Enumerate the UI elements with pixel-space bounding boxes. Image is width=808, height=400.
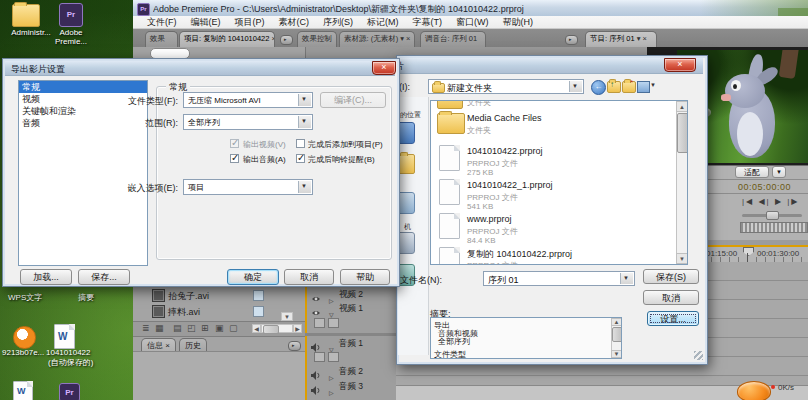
tab-source-monitor[interactable]: 素材源: (无素材)	[339, 31, 415, 47]
label-color-chip[interactable]	[253, 290, 264, 301]
new-item-icon[interactable]: ▣	[215, 323, 224, 333]
scrollbar-thumb[interactable]	[263, 325, 279, 334]
project-item-name[interactable]: 抬兔子.avi	[168, 290, 209, 303]
desktop-icon-label[interactable]: 1041010422	[46, 348, 91, 357]
menu-edit[interactable]: 编辑(E)	[185, 16, 227, 29]
find-icon[interactable]: ◰	[187, 323, 196, 333]
menu-bar: 文件(F) 编辑(E) 项目(P) 素材(C) 序列(S) 标记(M) 字幕(T…	[133, 16, 808, 29]
marker-icons[interactable]: ⌐▾	[694, 197, 711, 206]
automate-to-sequence-icon[interactable]: ▤	[173, 323, 182, 333]
zoom-dropdown-icon[interactable]: ▼	[772, 166, 786, 178]
clear-icon[interactable]: ▢	[229, 323, 238, 333]
in-out-marker-icons[interactable]: {▸}	[692, 212, 704, 221]
ruler-label: 01:15:00	[706, 249, 737, 258]
menu-window[interactable]: 窗口(W)	[450, 16, 495, 29]
net-speed-label: 0K/s	[778, 383, 794, 392]
desktop-label-wps[interactable]: WPS文字	[8, 292, 42, 303]
tab-audio-mixer[interactable]: 调音台: 序列 01	[420, 31, 486, 47]
clip-icon	[152, 305, 165, 318]
desktop-icon-label[interactable]: Premie...	[46, 37, 96, 46]
word-doc-icon[interactable]: W	[13, 381, 33, 400]
project-item-name[interactable]: 摔料.avi	[168, 306, 200, 319]
desktop-label-abstract[interactable]: 摘要	[78, 292, 94, 303]
window-title: Adobe Premiere Pro - C:\Users\Administra…	[153, 3, 623, 16]
desktop-icon-label[interactable]: 9213b07e...	[2, 348, 44, 357]
tab-program-monitor[interactable]: 节目: 序列 01	[585, 31, 657, 47]
keyframe-icon[interactable]	[328, 318, 339, 328]
panel-menu-icon[interactable]	[288, 341, 301, 351]
new-bin-icon[interactable]: ⊞	[201, 323, 209, 333]
scroll-right-icon[interactable]: ▶	[293, 324, 302, 333]
track-name[interactable]: 视频 2	[339, 289, 363, 301]
tab-project[interactable]: 项目: 复制的 1041010422	[179, 31, 275, 47]
jog-wheel[interactable]	[740, 222, 808, 233]
info-panel-body	[133, 351, 305, 400]
premiere-app-icon: Pr	[137, 3, 150, 16]
expand-track-icon[interactable]	[329, 381, 334, 399]
timeline-tracks-area[interactable]	[396, 262, 808, 385]
set-display-style-icon[interactable]	[314, 352, 325, 362]
track-name[interactable]: 音频 1	[339, 338, 363, 350]
video-rabbit-pupil	[733, 84, 737, 89]
divider	[690, 193, 808, 194]
menu-clip[interactable]: 素材(C)	[273, 16, 316, 29]
track-divider	[305, 333, 396, 336]
keyframe-icon[interactable]	[328, 352, 339, 362]
transport-controls[interactable]: |◀ ◀| ▶ |▶	[742, 197, 800, 206]
timeline-focus-highlight	[305, 285, 307, 400]
menu-help[interactable]: 帮助(H)	[497, 16, 540, 29]
menu-title[interactable]: 字幕(T)	[407, 16, 449, 29]
video-rabbit-head	[725, 74, 765, 108]
net-speed-ball[interactable]	[737, 381, 771, 400]
menu-file[interactable]: 文件(F)	[141, 16, 183, 29]
scroll-left-icon[interactable]: ◀	[252, 324, 261, 333]
icon-view-icon[interactable]: ▦	[155, 323, 164, 333]
screen: Administr... Pr Adobe Premie... WPS文字 摘要…	[0, 0, 808, 400]
ruler-label: 00:01:30:00	[757, 249, 799, 258]
menu-project[interactable]: 项目(P)	[229, 16, 271, 29]
clip-icon	[152, 289, 165, 302]
desktop-icon-label[interactable]: (自动保存的)	[48, 357, 93, 368]
admin-folder-icon[interactable]	[12, 4, 40, 27]
toggle-track-audio-icon[interactable]	[311, 381, 320, 399]
notification-dot	[771, 385, 775, 389]
shuttle-knob[interactable]	[766, 211, 779, 220]
label-color-chip[interactable]	[253, 306, 264, 317]
panel-menu-icon[interactable]	[280, 35, 293, 45]
desktop-icon-label[interactable]: Adobe	[48, 28, 94, 37]
video-tree-trunk	[779, 50, 800, 79]
video-rabbit-belly	[737, 112, 763, 156]
word-w-glyph: W	[17, 386, 26, 396]
scroll-down-icon[interactable]: ▼	[281, 312, 293, 321]
project-panel-toolbar: ≣ ▦ ▤ ◰ ⊞ ▣ ▢ ◀ ▶	[133, 321, 305, 337]
track-name[interactable]: 音频 3	[339, 381, 363, 393]
video-stone	[685, 106, 711, 119]
menu-sequence[interactable]: 序列(S)	[317, 16, 359, 29]
menu-marker[interactable]: 标记(M)	[361, 16, 405, 29]
panel-menu-icon[interactable]	[565, 35, 578, 45]
set-display-style-icon[interactable]	[314, 318, 325, 328]
premiere-file-icon[interactable]: Pr	[59, 383, 80, 400]
fit-zoom-select[interactable]: 适配	[735, 166, 769, 178]
word-doc-icon[interactable]: W	[54, 324, 75, 349]
effects-search-input[interactable]	[150, 48, 190, 59]
word-w-glyph: W	[58, 331, 67, 342]
wps-file-icon[interactable]	[13, 326, 36, 349]
tab-effect-controls[interactable]: 效果控制	[297, 31, 337, 47]
program-monitor-video	[677, 50, 808, 163]
video-rabbit-nose	[721, 94, 731, 101]
list-view-icon[interactable]: ≣	[142, 323, 150, 333]
track-name[interactable]: 音频 2	[339, 366, 363, 378]
divider	[690, 179, 808, 180]
premiere-shortcut-icon[interactable]: Pr	[59, 3, 83, 27]
tab-effects[interactable]: 效果	[145, 31, 178, 47]
track-name[interactable]: 视频 1	[339, 303, 363, 315]
program-timecode[interactable]: 00:05:00:00	[738, 182, 791, 192]
